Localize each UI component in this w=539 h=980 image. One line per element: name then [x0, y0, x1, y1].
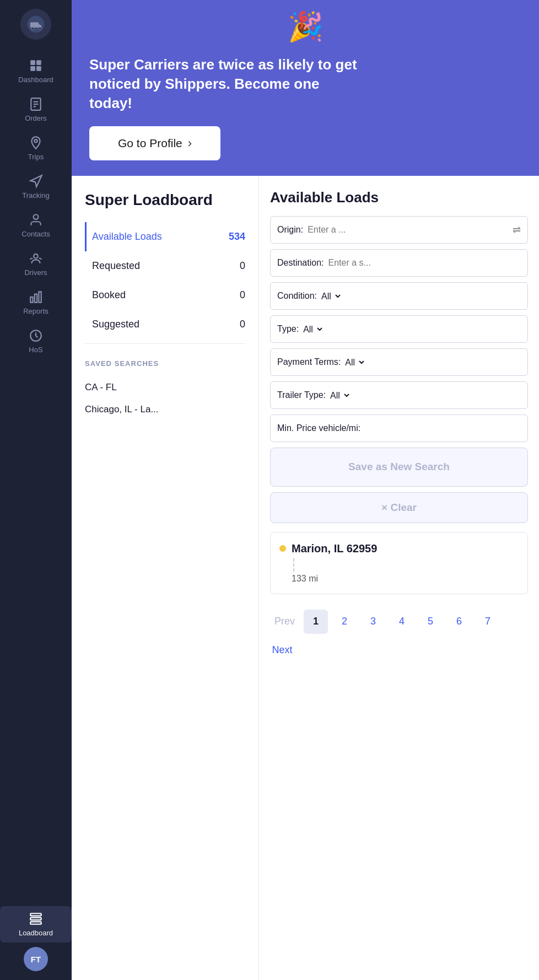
left-panel: Super Loadboard Available Loads 534 Requ…: [72, 176, 259, 980]
svg-marker-13: [30, 175, 42, 187]
sidebar: Dashboard Orders Trips Tracking: [0, 0, 72, 980]
nav-item-booked-count: 0: [240, 289, 245, 301]
svg-rect-4: [30, 60, 35, 65]
page-button-3[interactable]: 3: [361, 610, 385, 634]
orders-icon: [29, 97, 43, 111]
sidebar-item-label: Drivers: [24, 268, 47, 277]
destination-filter-row: Destination:: [270, 249, 528, 277]
avatar[interactable]: FT: [24, 947, 48, 971]
min-price-filter-row: Min. Price vehicle/mi:: [270, 414, 528, 442]
svg-rect-16: [30, 297, 33, 303]
sidebar-item-reports[interactable]: Reports: [0, 284, 72, 321]
nav-item-requested-label: Requested: [92, 260, 140, 272]
sidebar-item-drivers[interactable]: Drivers: [0, 246, 72, 282]
sidebar-item-label: Dashboard: [18, 76, 53, 84]
result-distance-text: 133 mi: [292, 574, 318, 584]
loadboard-icon: [29, 912, 43, 926]
trailer-type-filter-row: Trailer Type: All: [270, 381, 528, 409]
origin-filter-row: Origin: ⇌: [270, 216, 528, 244]
promo-text: Super Carriers are twice as likely to ge…: [89, 55, 365, 113]
page-button-6[interactable]: 6: [447, 610, 471, 634]
result-distance: 133 mi: [279, 574, 519, 584]
saved-search-chicago-la[interactable]: Chicago, IL - La...: [85, 399, 245, 421]
sidebar-item-contacts[interactable]: Contacts: [0, 207, 72, 244]
type-select[interactable]: All: [299, 324, 324, 335]
next-page-button[interactable]: Next: [270, 638, 294, 663]
sidebar-item-label: Reports: [23, 307, 48, 315]
sidebar-bottom: Loadboard FT: [0, 906, 72, 971]
save-search-button[interactable]: Save as New Search: [270, 448, 528, 487]
prev-page-button[interactable]: Prev: [270, 610, 299, 634]
sidebar-item-tracking[interactable]: Tracking: [0, 169, 72, 205]
navigation-icon: [29, 174, 43, 189]
promo-button-arrow: ›: [188, 136, 192, 150]
saved-search-ca-fl[interactable]: CA - FL: [85, 376, 245, 399]
result-location: Marion, IL 62959: [279, 542, 519, 555]
nav-item-suggested-count: 0: [240, 319, 245, 330]
nav-divider: [85, 343, 245, 344]
result-location-text: Marion, IL 62959: [292, 542, 377, 555]
truck-icon: [26, 15, 45, 34]
sidebar-loadboard-label: Loadboard: [19, 929, 53, 937]
sidebar-item-dashboard[interactable]: Dashboard: [0, 53, 72, 89]
svg-point-3: [39, 28, 41, 30]
sidebar-item-trips[interactable]: Trips: [0, 130, 72, 166]
loadboard-nav: Available Loads 534 Requested 0 Booked 0…: [85, 222, 245, 339]
page-button-7[interactable]: 7: [476, 610, 500, 634]
nav-item-suggested[interactable]: Suggested 0: [85, 310, 245, 339]
trailer-type-select[interactable]: All: [326, 390, 351, 401]
sidebar-item-label: Orders: [25, 114, 47, 122]
page-button-5[interactable]: 5: [418, 610, 443, 634]
svg-point-15: [34, 254, 38, 259]
sidebar-item-orders[interactable]: Orders: [0, 91, 72, 128]
svg-rect-17: [35, 294, 37, 303]
bar-chart-icon: [29, 290, 43, 304]
contacts-icon: [29, 213, 43, 227]
condition-select[interactable]: All: [317, 291, 342, 301]
pagination: Prev 1 2 3 4 5 6 7 Next: [270, 603, 528, 669]
svg-rect-20: [30, 913, 41, 916]
destination-input[interactable]: [324, 258, 521, 268]
nav-item-requested[interactable]: Requested 0: [85, 251, 245, 281]
nav-item-booked[interactable]: Booked 0: [85, 281, 245, 310]
payment-terms-select[interactable]: All: [341, 357, 366, 368]
clock-icon: [29, 329, 43, 343]
page-button-1[interactable]: 1: [304, 610, 328, 634]
svg-point-2: [31, 28, 34, 30]
nav-item-available-loads[interactable]: Available Loads 534: [85, 222, 245, 251]
result-card: Marion, IL 62959 133 mi: [270, 532, 528, 594]
min-price-label: Min. Price vehicle/mi:: [277, 423, 360, 433]
clear-button[interactable]: × Clear: [270, 492, 528, 523]
page-button-2[interactable]: 2: [332, 610, 357, 634]
saved-searches-section: SAVED SEARCHES CA - FL Chicago, IL - La.…: [85, 359, 245, 421]
payment-terms-label: Payment Terms:: [277, 357, 341, 367]
avatar-initials: FT: [31, 955, 41, 964]
go-to-profile-button[interactable]: Go to Profile ›: [89, 126, 220, 160]
swap-icon[interactable]: ⇌: [513, 224, 521, 236]
svg-rect-5: [36, 60, 41, 65]
promo-button-label: Go to Profile: [118, 137, 182, 150]
dashed-line: [293, 558, 519, 572]
page-button-4[interactable]: 4: [390, 610, 414, 634]
nav-item-booked-label: Booked: [92, 289, 126, 301]
loadboard-title: Super Loadboard: [85, 191, 245, 209]
svg-point-12: [34, 139, 37, 142]
origin-label: Origin:: [277, 225, 303, 235]
trailer-type-label: Trailer Type:: [277, 390, 326, 400]
svg-rect-22: [30, 922, 41, 924]
min-price-input[interactable]: [360, 423, 521, 433]
nav-item-available-loads-count: 534: [229, 231, 245, 243]
svg-rect-7: [36, 66, 41, 71]
sidebar-item-label: Tracking: [22, 191, 49, 200]
svg-point-14: [34, 214, 39, 219]
sidebar-navigation: Dashboard Orders Trips Tracking: [0, 53, 72, 906]
location-dot: [279, 545, 286, 552]
right-panel: Available Loads Origin: ⇌ Destination: C…: [259, 176, 539, 980]
nav-item-requested-count: 0: [240, 260, 245, 272]
origin-input[interactable]: [303, 225, 513, 235]
sidebar-item-loadboard[interactable]: Loadboard: [0, 906, 72, 943]
svg-rect-21: [30, 918, 41, 920]
lower-area: Super Loadboard Available Loads 534 Requ…: [72, 176, 539, 980]
right-panel-title: Available Loads: [270, 189, 528, 206]
sidebar-item-hos[interactable]: HoS: [0, 323, 72, 359]
